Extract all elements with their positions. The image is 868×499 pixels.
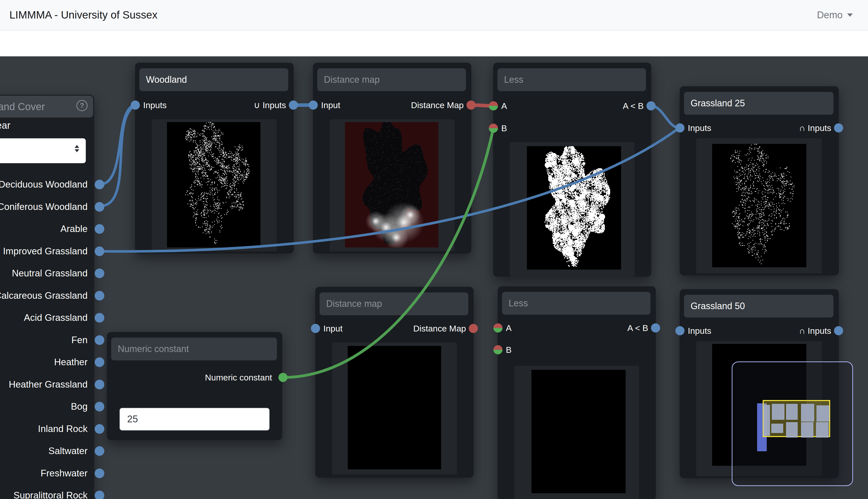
input-port-label: Inputs bbox=[143, 99, 167, 111]
port-less1-b[interactable] bbox=[489, 124, 498, 133]
node-title-input[interactable] bbox=[317, 68, 466, 91]
minimap-node bbox=[771, 424, 783, 433]
land-cover-item: Deciduous Woodland bbox=[0, 179, 88, 191]
node-grassland-25[interactable]: Inputs ∩ Inputs bbox=[680, 86, 839, 276]
input-a-label: A bbox=[501, 100, 507, 112]
port-bog[interactable] bbox=[95, 402, 104, 411]
port-distance2-input[interactable] bbox=[311, 324, 320, 333]
port-deciduous-woodland[interactable] bbox=[95, 180, 104, 189]
output-port-label: Distance Map bbox=[411, 99, 464, 111]
input-port-label: Inputs bbox=[688, 122, 711, 134]
raster-preview bbox=[348, 346, 441, 469]
land-cover-item: Coniferous Woodland bbox=[0, 201, 88, 213]
node-woodland[interactable]: Inputs ∪ Inputs bbox=[135, 63, 294, 254]
node-title-input[interactable] bbox=[684, 92, 833, 115]
port-fen[interactable] bbox=[95, 335, 104, 345]
port-grassland25-inputs[interactable] bbox=[675, 123, 685, 133]
raster-preview bbox=[531, 370, 626, 493]
minimap[interactable] bbox=[732, 362, 853, 486]
land-cover-item: Calcareous Grassland bbox=[0, 290, 88, 302]
minimap-node bbox=[801, 422, 814, 438]
input-port-label: Input bbox=[323, 322, 343, 334]
port-arable[interactable] bbox=[95, 224, 104, 234]
port-less2-a[interactable] bbox=[493, 324, 502, 332]
land-cover-item: Fen bbox=[71, 334, 88, 346]
land-cover-panel[interactable]: Land Cover ? Year Deciduous Woodland Con… bbox=[0, 95, 94, 499]
port-neutral-grassland[interactable] bbox=[95, 269, 104, 278]
land-cover-item: Improved Grassland bbox=[3, 245, 88, 257]
land-cover-item: Heather bbox=[54, 356, 88, 368]
port-woodland-union-output[interactable] bbox=[289, 100, 298, 110]
port-less2-b[interactable] bbox=[493, 345, 502, 354]
numeric-constant-value-input[interactable] bbox=[120, 408, 270, 430]
node-title-input[interactable] bbox=[502, 292, 650, 315]
node-distance-map-1[interactable]: Input Distance Map bbox=[313, 63, 471, 254]
port-coniferous-woodland[interactable] bbox=[95, 202, 104, 212]
port-grassland25-intersect-output[interactable] bbox=[834, 123, 843, 133]
port-acid-grassland[interactable] bbox=[95, 313, 104, 322]
port-supralittoral-rock[interactable] bbox=[95, 491, 104, 499]
help-icon[interactable]: ? bbox=[76, 100, 88, 111]
port-improved-grassland[interactable] bbox=[95, 246, 104, 256]
raster-preview bbox=[167, 122, 260, 247]
node-title-input[interactable] bbox=[684, 295, 833, 317]
port-less1-output[interactable] bbox=[646, 101, 656, 110]
user-menu-label: Demo bbox=[817, 10, 843, 21]
port-less1-a[interactable] bbox=[489, 101, 498, 110]
output-port-label: Numeric constant bbox=[205, 371, 272, 384]
node-title-input[interactable] bbox=[111, 338, 277, 361]
port-distance2-output[interactable] bbox=[469, 324, 478, 333]
input-a-label: A bbox=[506, 322, 512, 334]
raster-preview bbox=[527, 146, 621, 270]
output-port-label: Distance Map bbox=[413, 322, 466, 334]
port-heather-grassland[interactable] bbox=[95, 380, 104, 389]
port-calcareous-grassland[interactable] bbox=[95, 291, 104, 301]
port-saltwater[interactable] bbox=[95, 446, 104, 456]
input-port-label: Input bbox=[321, 99, 340, 111]
node-distance-map-2[interactable]: Input Distance Map bbox=[315, 287, 474, 478]
output-port-label: A < B bbox=[623, 100, 644, 112]
raster-preview bbox=[712, 144, 806, 267]
node-title-input[interactable] bbox=[498, 68, 646, 91]
year-select[interactable] bbox=[0, 138, 86, 163]
port-grassland50-intersect-output[interactable] bbox=[834, 326, 843, 335]
raster-preview bbox=[345, 122, 438, 247]
land-cover-item: Acid Grassland bbox=[24, 312, 88, 324]
year-label: Year bbox=[0, 120, 10, 131]
port-less2-output[interactable] bbox=[651, 324, 660, 332]
node-less-1[interactable]: A A < B B bbox=[493, 63, 651, 277]
port-grassland50-inputs[interactable] bbox=[675, 326, 685, 335]
minimap-node bbox=[817, 405, 829, 422]
node-title-input[interactable] bbox=[319, 292, 468, 315]
wire-less1-to-grassland25 bbox=[651, 106, 679, 128]
page-title: LIMMMA - University of Sussex bbox=[9, 0, 157, 30]
port-numeric-constant-output[interactable] bbox=[278, 373, 288, 382]
port-heather[interactable] bbox=[95, 357, 104, 367]
app-header: LIMMMA - University of Sussex Demo bbox=[0, 0, 868, 31]
port-distance1-input[interactable] bbox=[309, 100, 318, 110]
wire-coniferous-to-woodland bbox=[100, 106, 135, 206]
port-woodland-inputs[interactable] bbox=[131, 100, 140, 110]
output-port-label: ∩ Inputs bbox=[799, 325, 831, 337]
port-inland-rock[interactable] bbox=[95, 424, 104, 434]
minimap-node bbox=[816, 422, 829, 438]
input-port-label: Inputs bbox=[688, 325, 711, 337]
node-numeric-constant[interactable]: Numeric constant bbox=[107, 332, 282, 440]
port-distance1-output[interactable] bbox=[466, 100, 476, 110]
output-port-label: ∩ Inputs bbox=[799, 122, 831, 134]
minimap-node bbox=[786, 404, 798, 420]
land-cover-item: Saltwater bbox=[48, 445, 88, 457]
land-cover-item: Bog bbox=[71, 401, 88, 413]
minimap-node bbox=[801, 404, 814, 422]
user-menu[interactable]: Demo bbox=[817, 0, 853, 30]
output-port-label: A < B bbox=[627, 322, 648, 334]
land-cover-item: Heather Grassland bbox=[9, 378, 88, 391]
model-canvas[interactable]: Land Cover ? Year Deciduous Woodland Con… bbox=[0, 56, 868, 499]
land-cover-item: Supralittoral Rock bbox=[13, 489, 88, 499]
node-title-input[interactable] bbox=[139, 68, 288, 91]
node-less-2[interactable]: A A < B B bbox=[498, 286, 656, 499]
input-b-label: B bbox=[501, 122, 507, 134]
port-freshwater[interactable] bbox=[95, 468, 104, 478]
land-cover-item: Neutral Grassland bbox=[12, 267, 88, 279]
minimap-node bbox=[772, 404, 784, 420]
